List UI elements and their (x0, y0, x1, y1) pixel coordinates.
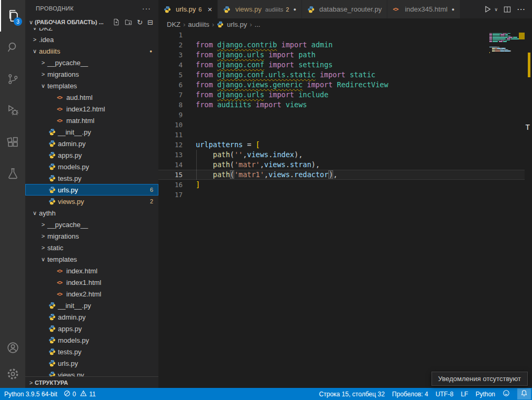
tree-item-urls.py[interactable]: urls.py (25, 357, 158, 369)
code-line-16[interactable]: 16] (158, 180, 525, 190)
outline-section-header[interactable]: > СТРУКТУРА (25, 376, 158, 388)
split-editor-icon[interactable] (503, 5, 511, 14)
code-line-11[interactable]: 11 (158, 130, 525, 140)
code-line-7[interactable]: 7from django.urls import include (158, 90, 525, 100)
tree-item-migrations[interactable]: >migrations (25, 230, 158, 242)
tree-item-matr.html[interactable]: <>matr.html (25, 115, 158, 126)
tree-item-__init__.py[interactable]: __init__.py (25, 300, 158, 311)
tree-item-templates[interactable]: ∨templates (25, 80, 158, 91)
source-control-icon[interactable] (0, 63, 25, 95)
refresh-icon[interactable]: ↻ (137, 18, 143, 26)
explorer-icon[interactable]: 3 (0, 0, 25, 32)
line-text: ] (196, 180, 200, 190)
tab-index345.html[interactable]: <>index345.html● (387, 0, 459, 18)
tree-item-audiiits[interactable]: ∨audiiits● (25, 45, 158, 57)
code-line-2[interactable]: 2from django.contrib import admin (158, 40, 525, 50)
close-icon[interactable]: × (207, 5, 212, 13)
tree-item-urls.py[interactable]: urls.py6 (25, 184, 158, 196)
tree-item-models.py[interactable]: models.py (25, 161, 158, 172)
code-line-5[interactable]: 5from django.conf.urls.static import sta… (158, 70, 525, 80)
new-folder-icon[interactable] (125, 18, 132, 26)
status-python-version[interactable]: Python 3.9.5 64-bit (4, 391, 57, 398)
code-line-4[interactable]: 4from django.conf import settings (158, 60, 525, 70)
run-debug-icon[interactable] (0, 95, 25, 126)
line-number: 15 (158, 170, 183, 180)
tree-item-aud.html[interactable]: <>aud.html (25, 91, 158, 103)
new-file-icon[interactable] (113, 18, 120, 26)
tree-item-__pycache__[interactable]: >__pycache__ (25, 219, 158, 230)
run-button[interactable] (483, 5, 492, 14)
tree-item-apps.py[interactable]: apps.py (25, 149, 158, 161)
tree-item-__init__.py[interactable]: __init__.py (25, 126, 158, 138)
code-line-13[interactable]: 13 path('',views.index), (158, 150, 525, 160)
tree-item-label: index2.html (66, 290, 101, 298)
python-file-icon (48, 325, 58, 332)
sidebar-more-actions-icon[interactable]: ··· (142, 4, 151, 13)
code-line-6[interactable]: 6from django.views.generic import Redire… (158, 80, 525, 90)
tree-item-__pycache__[interactable]: >__pycache__ (25, 57, 158, 68)
tree-item-index2.html[interactable]: <>index2.html (25, 288, 158, 300)
tab-urls.py[interactable]: urls.py6× (158, 0, 217, 18)
tree-item-models.py[interactable]: models.py (25, 334, 158, 346)
search-icon[interactable] (0, 32, 25, 63)
status-language[interactable]: Python (476, 391, 495, 398)
tree-item-.idea[interactable]: >.idea (25, 34, 158, 45)
tab-views.py[interactable]: views.pyaudiiits2● (218, 0, 302, 18)
line-number: 13 (158, 150, 183, 160)
status-encoding[interactable]: UTF-8 (436, 391, 454, 398)
workspace-section-header[interactable]: ∨ (РАБОЧАЯ ОБЛАСТЬ) ... ↻ ⊟ (25, 16, 158, 28)
status-cursor-position[interactable]: Строка 15, столбец 32 (319, 391, 385, 398)
tree-item-aythh[interactable]: ∨aythh (25, 207, 158, 219)
code-line-1[interactable]: 1 (158, 30, 525, 40)
status-problems[interactable]: 011 (64, 390, 96, 398)
tree-item-label: apps.py (58, 151, 82, 159)
run-dropdown-icon[interactable]: ∨ (494, 7, 498, 12)
more-actions-icon[interactable]: ⋯ (517, 4, 526, 14)
tree-item-index12.html[interactable]: <>index12.html (25, 103, 158, 115)
breadcrumb-item-DKZ[interactable]: DKZ (167, 20, 180, 28)
status-feedback[interactable] (503, 389, 510, 398)
code-editor[interactable]: 12from django.contrib import admin3from … (158, 30, 532, 388)
sidebar-title: ПРОВОДНИК (36, 5, 74, 12)
code-line-14[interactable]: 14 path('matr',views.stran), (158, 160, 525, 170)
code-line-12[interactable]: 12urlpatterns = [ (158, 140, 525, 150)
collapse-all-icon[interactable]: ⊟ (147, 18, 153, 26)
tree-item-static[interactable]: >static (25, 242, 158, 253)
tree-item-index.html[interactable]: <>index.html (25, 265, 158, 276)
testing-icon[interactable] (0, 158, 25, 189)
tree-item-index1.html[interactable]: <>index1.html (25, 276, 158, 288)
tree-item-apps.py[interactable]: apps.py (25, 323, 158, 334)
explorer-badge: 3 (14, 17, 22, 26)
code-line-8[interactable]: 8from audiiits import views (158, 100, 525, 110)
tree-item-admin.py[interactable]: admin.py (25, 311, 158, 323)
breadcrumb-item-audiiits[interactable]: audiiits (188, 20, 209, 28)
breadcrumb-item-urls.py[interactable]: urls.py (217, 20, 247, 28)
minimap[interactable] (489, 32, 525, 55)
account-icon[interactable] (0, 334, 25, 361)
tree-item-views.py[interactable]: views.py (25, 369, 158, 376)
notification-toast[interactable]: Уведомления отсутствуют (431, 372, 528, 386)
code-line-17[interactable]: 17 (158, 190, 525, 200)
settings-gear-icon[interactable] (0, 361, 25, 387)
line-text: from django.urls import path (196, 50, 316, 60)
status-indentation[interactable]: Пробелов: 4 (392, 391, 428, 398)
breadcrumb-separator-icon: › (212, 20, 214, 28)
tree-item-tests.py[interactable]: tests.py (25, 172, 158, 184)
code-line-10[interactable]: 10 (158, 120, 525, 130)
tree-item-views.py[interactable]: views.py2 (25, 196, 158, 207)
code-line-3[interactable]: 3from django.urls import path (158, 50, 525, 60)
tree-item-admin.py[interactable]: admin.py (25, 138, 158, 149)
chevron-down-icon: ∨ (27, 19, 35, 26)
tree-item-label: matr.html (66, 117, 94, 125)
extensions-icon[interactable] (0, 126, 25, 158)
code-line-15[interactable]: 15 path('matr1',views.redactor), (158, 170, 525, 180)
tree-item-tests.py[interactable]: tests.py (25, 346, 158, 357)
breadcrumb-item-...[interactable]: ... (255, 20, 260, 28)
workspace-label: (РАБОЧАЯ ОБЛАСТЬ) ... (35, 19, 104, 25)
status-eol[interactable]: LF (461, 391, 468, 398)
code-line-9[interactable]: 9 (158, 110, 525, 120)
tree-item-templates[interactable]: ∨templates (25, 253, 158, 265)
tab-database_roouter.py[interactable]: database_roouter.py (302, 0, 387, 18)
status-notifications[interactable] (517, 388, 531, 399)
tree-item-migrations[interactable]: >migrations (25, 68, 158, 80)
